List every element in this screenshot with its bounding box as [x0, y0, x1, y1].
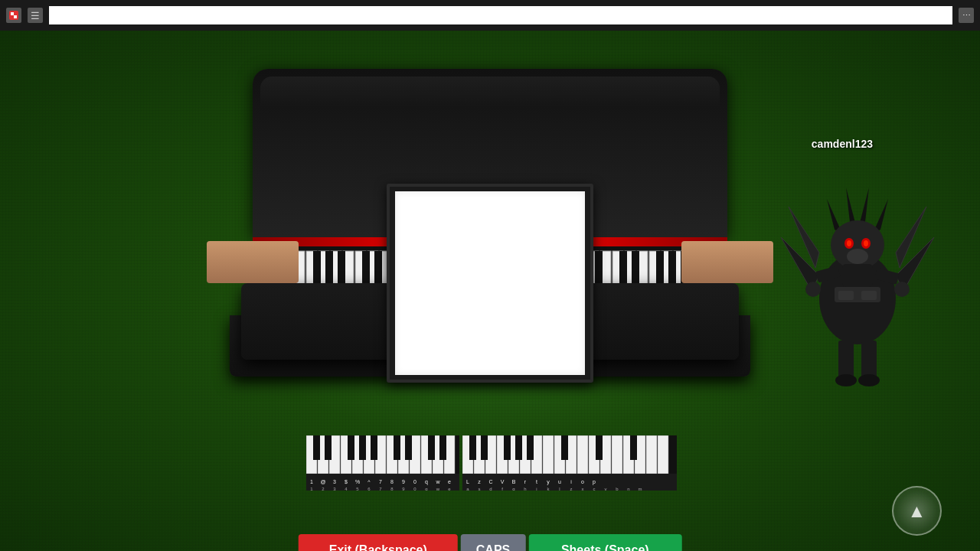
svg-rect-167 [596, 435, 603, 460]
svg-text:V: V [501, 479, 505, 484]
title-bar: ☰ ⋯ [0, 0, 980, 31]
svg-text:d: d [489, 487, 492, 491]
svg-point-78 [864, 240, 868, 246]
svg-rect-114 [439, 435, 446, 460]
svg-text:0: 0 [413, 479, 416, 484]
svg-text:%: % [355, 479, 360, 484]
svg-rect-110 [371, 435, 377, 460]
svg-rect-163 [504, 435, 511, 460]
svg-rect-107 [325, 435, 332, 460]
bench-holder-right [681, 241, 773, 283]
svg-rect-85 [861, 341, 877, 379]
roblox-character [773, 161, 942, 406]
svg-text:s: s [479, 487, 481, 491]
svg-rect-153 [577, 435, 588, 474]
svg-point-90 [805, 282, 821, 297]
svg-rect-80 [842, 264, 873, 287]
svg-text:9: 9 [402, 479, 405, 484]
svg-rect-168 [630, 435, 637, 460]
svg-text:g: g [512, 487, 514, 491]
svg-rect-111 [394, 435, 400, 460]
exit-button[interactable]: Exit (Backspace) [299, 534, 458, 551]
joystick-arrow-icon: ▲ [908, 500, 926, 522]
svg-text:w: w [435, 479, 440, 484]
svg-text:n: n [627, 487, 629, 491]
svg-text:q: q [425, 487, 427, 491]
svg-point-87 [858, 374, 880, 386]
svg-rect-161 [469, 435, 476, 460]
svg-point-91 [894, 282, 910, 297]
svg-text:j: j [535, 487, 537, 491]
address-bar[interactable] [49, 6, 952, 24]
svg-rect-150 [543, 435, 554, 474]
svg-text:p: p [593, 479, 596, 485]
svg-point-86 [835, 374, 857, 386]
svg-rect-84 [838, 341, 854, 379]
sheet-frame [387, 184, 593, 383]
sheets-button[interactable]: Sheets (Space) [528, 534, 681, 551]
svg-text:h: h [524, 487, 526, 491]
svg-text:L: L [466, 479, 469, 484]
grass-background: camdenl123 // This will be [0, 31, 980, 551]
svg-text:m: m [639, 487, 642, 491]
svg-rect-109 [359, 435, 366, 460]
svg-text:y: y [547, 479, 550, 485]
svg-text:v: v [605, 487, 607, 491]
svg-text:o: o [581, 479, 584, 484]
username-label: camdenl123 [812, 138, 873, 150]
mini-keys-left-svg: 1 @ 3 $ % ^ 7 8 9 0 q w e 1 2 3 [306, 435, 459, 491]
caps-button[interactable]: CAPS [461, 534, 525, 551]
roblox-icon [6, 8, 21, 23]
svg-text:B: B [512, 479, 516, 484]
svg-rect-2 [14, 15, 17, 18]
svg-text:3: 3 [333, 479, 336, 484]
svg-rect-106 [313, 435, 320, 460]
svg-text:z: z [478, 479, 481, 484]
svg-rect-82 [838, 291, 854, 300]
svg-rect-1 [11, 12, 14, 15]
svg-text:u: u [558, 479, 561, 484]
svg-point-77 [847, 240, 851, 246]
svg-rect-164 [515, 435, 522, 460]
svg-text:c: c [593, 487, 596, 491]
svg-text:e: e [448, 479, 451, 484]
svg-text:8: 8 [390, 479, 394, 484]
svg-rect-113 [428, 435, 435, 460]
game-container: ☰ ⋯ camdenl123 [0, 0, 980, 551]
svg-rect-108 [348, 435, 354, 460]
svg-text:w: w [436, 487, 440, 491]
svg-text:z: z [570, 487, 573, 491]
svg-rect-83 [861, 291, 877, 300]
svg-text:t: t [536, 479, 537, 484]
svg-rect-166 [561, 435, 568, 460]
menu-icon[interactable]: ☰ [28, 8, 43, 23]
sheet-paper [395, 191, 585, 375]
character-svg [773, 161, 942, 406]
svg-text:x: x [582, 487, 584, 491]
settings-icon[interactable]: ⋯ [959, 8, 974, 23]
svg-marker-72 [859, 187, 869, 226]
svg-rect-156 [612, 435, 622, 474]
svg-text:7: 7 [379, 479, 382, 484]
svg-text:$: $ [345, 479, 348, 484]
mini-keyboard-right: L z C V B r t y u i o p a s d f [462, 435, 677, 494]
svg-rect-112 [405, 435, 412, 460]
svg-text:C: C [488, 479, 492, 484]
bench-holder-left [207, 241, 299, 283]
svg-text:@: @ [320, 479, 325, 484]
svg-marker-71 [846, 187, 856, 226]
bottom-buttons: Exit (Backspace) CAPS Sheets (Space) [299, 534, 682, 551]
piano-scene: camdenl123 // This will be [0, 61, 980, 551]
svg-text:1: 1 [310, 479, 313, 484]
mini-keyboard-left: 1 @ 3 $ % ^ 7 8 9 0 q w e 1 2 3 [306, 435, 459, 494]
svg-rect-159 [646, 435, 657, 474]
svg-point-79 [847, 249, 868, 264]
sheet-music-stand [387, 184, 593, 383]
joystick-control[interactable]: ▲ [892, 486, 942, 536]
mini-keys-right-svg: L z C V B r t y u i o p a s d f [462, 435, 677, 491]
svg-rect-162 [481, 435, 488, 460]
svg-text:q: q [425, 479, 428, 485]
svg-rect-165 [527, 435, 534, 460]
svg-text:l: l [559, 487, 560, 491]
svg-rect-160 [658, 435, 668, 474]
